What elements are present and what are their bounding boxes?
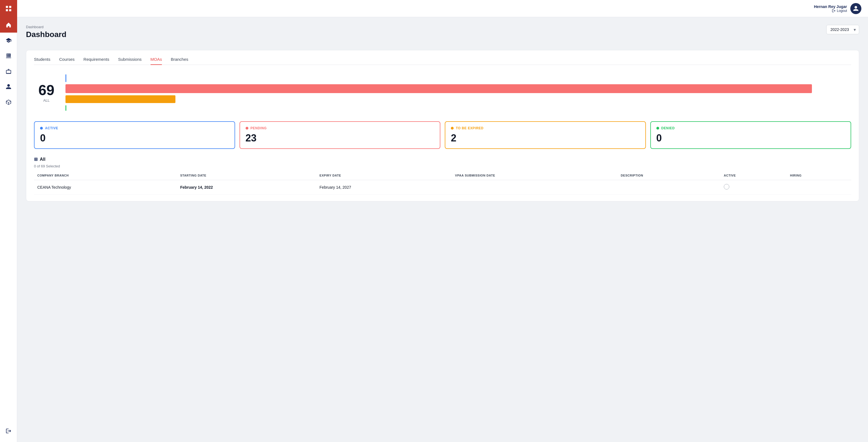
denied-count: 0 xyxy=(656,132,845,144)
grid-icon: ⊞ xyxy=(34,157,38,162)
selected-info: 0 of 69 Selected xyxy=(34,164,851,168)
status-card-denied-header: DENIED xyxy=(656,126,845,130)
active-dot xyxy=(40,127,43,130)
chart-bar-pending xyxy=(65,84,851,93)
chart-total: 69 ALL xyxy=(34,83,59,102)
expired-label: TO BE EXPIRED xyxy=(456,126,484,130)
topbar: Hernan Rey Jugar Logout xyxy=(17,0,868,17)
bar-pending xyxy=(65,84,812,93)
page-title: Dashboard xyxy=(26,30,66,39)
app-logo[interactable] xyxy=(0,0,17,17)
table-row: CEANA Technology February 14, 2022 Febru… xyxy=(34,180,851,194)
expired-count: 2 xyxy=(451,132,640,144)
chart-bar-active xyxy=(65,74,851,82)
chart-area: 69 ALL xyxy=(34,71,851,114)
cell-expiry-date: February 14, 2027 xyxy=(316,180,452,194)
moa-table: COMPANY BRANCH STARTING DATE EXPIRY DATE… xyxy=(34,171,851,194)
table-title: ⊞ All xyxy=(34,157,851,162)
svg-rect-1 xyxy=(9,6,11,8)
col-description: DESCRIPTION xyxy=(617,171,720,180)
col-expiry-date: EXPIRY DATE xyxy=(316,171,452,180)
status-card-expired-header: TO BE EXPIRED xyxy=(451,126,640,130)
cell-hiring xyxy=(787,180,851,194)
col-starting-date: STARTING DATE xyxy=(177,171,316,180)
chart-total-label: ALL xyxy=(43,98,50,102)
cell-starting-date: February 14, 2022 xyxy=(177,180,316,194)
breadcrumb: Dashboard xyxy=(26,25,66,29)
tab-branches[interactable]: Branches xyxy=(171,57,188,65)
logout-link[interactable]: Logout xyxy=(832,9,847,13)
page-header: Dashboard Dashboard 2022-2023 2021-2022 … xyxy=(26,25,859,44)
pending-label: PENDING xyxy=(251,126,267,130)
tabs: Students Courses Requirements Submission… xyxy=(34,57,851,65)
sidebar-item-person[interactable] xyxy=(0,79,17,94)
sidebar-item-home[interactable] xyxy=(0,17,17,33)
tab-submissions[interactable]: Submissions xyxy=(118,57,142,65)
active-count: 0 xyxy=(40,132,229,144)
status-card-active[interactable]: ACTIVE 0 xyxy=(34,121,235,149)
col-hiring: HIRING xyxy=(787,171,851,180)
status-cards: ACTIVE 0 PENDING 23 TO BE EXPIRED xyxy=(34,121,851,149)
status-card-denied[interactable]: DENIED 0 xyxy=(650,121,851,149)
col-company-branch: COMPANY BRANCH xyxy=(34,171,177,180)
username: Hernan Rey Jugar xyxy=(814,4,847,9)
logout-button[interactable] xyxy=(0,423,17,439)
sidebar-logout-area xyxy=(0,423,17,439)
status-card-pending-header: PENDING xyxy=(246,126,435,130)
table-title-label: All xyxy=(40,157,45,162)
table-header-row: COMPANY BRANCH STARTING DATE EXPIRY DATE… xyxy=(34,171,851,180)
denied-label: DENIED xyxy=(661,126,675,130)
cell-description xyxy=(617,180,720,194)
denied-dot xyxy=(656,127,659,130)
chart-bar-denied xyxy=(65,105,851,111)
cell-company-branch: CEANA Technology xyxy=(34,180,177,194)
svg-rect-3 xyxy=(9,9,11,11)
year-selector-container: 2022-2023 2021-2022 2023-2024 xyxy=(826,25,859,34)
table-section: ⊞ All 0 of 69 Selected COMPANY BRANCH ST… xyxy=(34,157,851,194)
pending-count: 23 xyxy=(246,132,435,144)
active-circle-button[interactable] xyxy=(724,184,729,190)
user-info: Hernan Rey Jugar Logout xyxy=(814,4,847,13)
tab-courses[interactable]: Courses xyxy=(59,57,74,65)
col-active: ACTIVE xyxy=(720,171,787,180)
cell-vpaa-date xyxy=(452,180,617,194)
active-label: ACTIVE xyxy=(45,126,58,130)
year-selector[interactable]: 2022-2023 2021-2022 2023-2024 xyxy=(826,25,859,34)
svg-rect-0 xyxy=(6,6,8,8)
tab-students[interactable]: Students xyxy=(34,57,50,65)
bar-denied xyxy=(65,105,66,111)
page-content: Dashboard Dashboard 2022-2023 2021-2022 … xyxy=(17,17,868,442)
main-content: Hernan Rey Jugar Logout Dashboard Dashbo… xyxy=(17,0,868,442)
chart-bars xyxy=(65,74,851,111)
chart-total-number: 69 xyxy=(38,83,55,97)
avatar[interactable] xyxy=(850,3,861,14)
expired-dot xyxy=(451,127,454,130)
cell-active xyxy=(720,180,787,194)
tab-moas[interactable]: MOAs xyxy=(151,57,162,65)
dashboard-card: Students Courses Requirements Submission… xyxy=(26,50,859,201)
sidebar-item-briefcase[interactable] xyxy=(0,64,17,79)
svg-rect-2 xyxy=(6,9,8,11)
pending-dot xyxy=(246,127,248,130)
status-card-active-header: ACTIVE xyxy=(40,126,229,130)
col-vpaa-date: VPAA SUBMISSION DATE xyxy=(452,171,617,180)
chart-bar-expired xyxy=(65,95,851,103)
tab-requirements[interactable]: Requirements xyxy=(84,57,109,65)
sidebar-item-building[interactable] xyxy=(0,48,17,64)
bar-expired xyxy=(65,95,176,103)
bar-active xyxy=(65,74,66,82)
sidebar-item-graduation[interactable] xyxy=(0,33,17,48)
sidebar xyxy=(0,0,17,442)
sidebar-item-cube[interactable] xyxy=(0,94,17,110)
logout-label: Logout xyxy=(837,9,847,13)
status-card-pending[interactable]: PENDING 23 xyxy=(240,121,441,149)
status-card-expired[interactable]: TO BE EXPIRED 2 xyxy=(445,121,646,149)
